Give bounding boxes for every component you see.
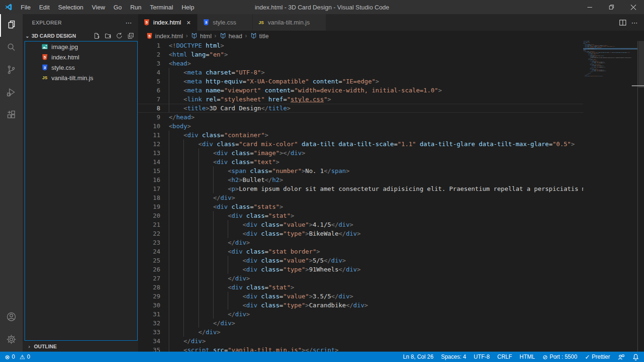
code-line-23[interactable]: 23</div> [138, 238, 644, 247]
breadcrumb-item-index.html[interactable]: 5index.html [146, 32, 183, 40]
status-prettier[interactable]: ✓Prettier [585, 354, 610, 361]
explorer-more-actions-icon[interactable]: ⋯ [125, 19, 132, 26]
new-file-icon[interactable] [92, 31, 101, 41]
menu-run[interactable]: Run [126, 0, 146, 14]
file-style.css[interactable]: 3style.css [25, 62, 137, 73]
code-line-29[interactable]: 29<div class="value">3.5/5</div> [138, 292, 644, 301]
collapse-all-icon[interactable] [126, 31, 135, 41]
restore-button[interactable] [601, 0, 622, 14]
indent-guide [183, 292, 198, 301]
minimap[interactable]: <!DOCTYPE html><html lang="en"><head><me… [583, 41, 637, 352]
code-line-3[interactable]: 3<head> [138, 59, 644, 68]
status-errors[interactable]: ⊗0 [5, 354, 15, 361]
file-image.jpg[interactable]: image.jpg [25, 41, 137, 52]
code-line-24[interactable]: 24<div class="stat border"> [138, 247, 644, 256]
code-line-32[interactable]: 32</div> [138, 319, 644, 328]
tab-style.css[interactable]: 3style.css× [198, 14, 253, 31]
code-line-2[interactable]: 2<html lang="en"> [138, 50, 644, 59]
menu-selection[interactable]: Selection [54, 0, 87, 14]
code-editor[interactable]: 1<!DOCTYPE html>2<html lang="en">3<head>… [138, 41, 644, 352]
indent-guide [169, 265, 183, 274]
code-line-15[interactable]: 15<span class="number">No. 1</span> [138, 166, 644, 175]
code-line-28[interactable]: 28<div class="stat"> [138, 283, 644, 292]
activity-source-control[interactable] [0, 59, 23, 82]
new-folder-icon[interactable] [103, 31, 113, 41]
status-encoding[interactable]: UTF-8 [474, 354, 490, 360]
status-language-mode[interactable]: HTML [520, 354, 535, 360]
activity-run-debug[interactable] [0, 82, 23, 105]
activity-settings[interactable] [0, 329, 23, 352]
code-line-18[interactable]: 18</div> [138, 193, 644, 202]
indent-guide [183, 310, 198, 319]
code-line-19[interactable]: 19<div class="stats"> [138, 202, 644, 211]
breadcrumb-item-head[interactable]: head [219, 32, 242, 40]
code-line-31[interactable]: 31</div> [138, 310, 644, 319]
file-index.html[interactable]: 5index.html [25, 52, 137, 62]
menu-go[interactable]: Go [109, 0, 126, 14]
outline-section-header[interactable]: › OUTLINE [23, 341, 138, 352]
feedback-icon[interactable] [618, 354, 625, 361]
activity-accounts[interactable] [0, 306, 23, 329]
indent-guide [183, 211, 198, 220]
menu-help[interactable]: Help [177, 0, 198, 14]
menu-file[interactable]: File [17, 0, 35, 14]
activity-search[interactable] [0, 37, 23, 59]
activity-extensions[interactable] [0, 105, 23, 127]
indent-guide [183, 157, 198, 166]
indent-guide [169, 95, 183, 104]
code-line-10[interactable]: 10<body> [138, 122, 644, 131]
code-line-34[interactable]: 34</div> [138, 337, 644, 346]
breadcrumb-item-title[interactable]: title [250, 32, 269, 40]
breadcrumb-item-html[interactable]: html [190, 32, 212, 40]
close-tab-icon[interactable]: × [184, 18, 193, 27]
code-line-17[interactable]: 17<p>Lorem ipsum dolor sit amet consecte… [138, 184, 644, 193]
close-window-button[interactable] [622, 0, 644, 14]
code-line-35[interactable]: 35<script src="vanila-tilt.min.js"></scr… [138, 346, 644, 352]
notification-bell-icon[interactable] [632, 354, 639, 361]
menu-view[interactable]: View [88, 0, 109, 14]
code-line-21[interactable]: 21<div class="value">4.1/5</div> [138, 220, 644, 229]
code-line-25[interactable]: 25<div class="value">5/5</div> [138, 256, 644, 265]
menu-edit[interactable]: Edit [35, 0, 54, 14]
code-line-13[interactable]: 13<div class="image"></div> [138, 148, 644, 157]
code-line-30[interactable]: 30<div class="type">Carandbike</div> [138, 301, 644, 310]
code-line-5[interactable]: 5<meta http-equiv="X-UA-Compatible" cont… [138, 77, 644, 86]
status-live-server-port[interactable]: ⊘Port : 5500 [543, 354, 578, 361]
indent-guide [198, 166, 213, 175]
code-line-4[interactable]: 4<meta charset="UTF-8"> [138, 68, 644, 77]
scrollbar-thumb[interactable] [638, 41, 644, 88]
code-line-16[interactable]: 16<h2>Bullet</h2> [138, 175, 644, 184]
project-section-header[interactable]: ⌄ 3D CARD DESIGN [23, 31, 138, 41]
minimize-button[interactable] [579, 0, 601, 14]
activity-explorer[interactable] [0, 14, 23, 37]
code-line-27[interactable]: 27</div> [138, 274, 644, 283]
tab-index.html[interactable]: 5index.html× [138, 14, 198, 31]
code-line-11[interactable]: 11<div class="container"> [138, 131, 644, 140]
code-line-8[interactable]: 8<title>3D Card Design</title> [138, 104, 644, 113]
indent-guide [213, 265, 228, 274]
file-vanila-tilt.min.js[interactable]: JSvanila-tilt.min.js [25, 73, 137, 83]
menu-terminal[interactable]: Terminal [146, 0, 177, 14]
status-warnings[interactable]: ⚠0 [20, 354, 30, 361]
status-eol-sequence[interactable]: CRLF [497, 354, 512, 360]
tab-vanila-tilt.min.js[interactable]: JSvanila-tilt.min.js× [253, 14, 326, 31]
code-line-33[interactable]: 33</div> [138, 328, 644, 337]
code-line-26[interactable]: 26<div class="type">91Wheels</div> [138, 265, 644, 274]
code-line-20[interactable]: 20<div class="stat"> [138, 211, 644, 220]
status-cursor-position[interactable]: Ln 8, Col 26 [403, 354, 434, 360]
code-line-9[interactable]: 9</head> [138, 113, 644, 122]
status-indentation[interactable]: Spaces: 4 [441, 354, 466, 360]
outline-label: OUTLINE [34, 344, 57, 349]
code-line-6[interactable]: 6<meta name="viewport" content="width=de… [138, 86, 644, 95]
more-actions-icon[interactable]: ⋯ [631, 19, 638, 26]
menu-bar: FileEditSelectionViewGoRunTerminalHelp [17, 0, 198, 14]
code-line-14[interactable]: 14<div class="text"> [138, 157, 644, 166]
split-editor-icon[interactable] [619, 19, 627, 26]
status-label: Port : 5500 [550, 354, 578, 360]
code-line-12[interactable]: 12<div class="card mix-color" data-tilt … [138, 140, 644, 148]
code-line-22[interactable]: 22<div class="type">BikeWale</div> [138, 229, 644, 238]
refresh-icon[interactable] [115, 31, 124, 41]
vertical-scrollbar[interactable] [637, 41, 644, 352]
code-line-7[interactable]: 7<link rel="stylesheet" href="style.css"… [138, 95, 644, 104]
code-line-1[interactable]: 1<!DOCTYPE html> [138, 41, 644, 50]
